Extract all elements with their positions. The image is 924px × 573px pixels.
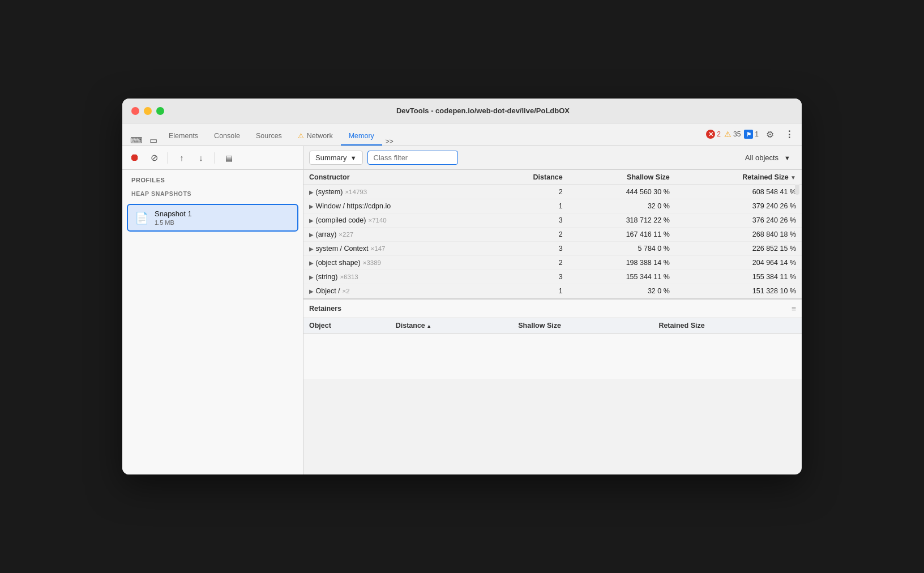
cell-constructor: ▶ Object /×2 [303,284,489,298]
expand-arrow-icon[interactable]: ▶ [309,203,314,209]
maximize-button[interactable] [156,107,164,115]
constructor-name: (string) [315,273,337,281]
constructor-name: Window / https://cdpn.io [315,202,391,210]
close-button[interactable] [131,107,139,115]
device-icon-btn[interactable]: ▭ [146,135,161,146]
table-row[interactable]: ▶ (string)×63133155 344 11 %155 384 11 % [303,270,802,284]
summary-dropdown[interactable]: Summary ▼ [309,151,363,165]
expand-arrow-icon[interactable]: ▶ [309,217,314,224]
constructor-count: ×2 [343,288,350,294]
objects-dropdown-arrow: ▼ [784,155,790,161]
expand-arrow-icon[interactable]: ▶ [309,246,314,252]
snapshot-item[interactable]: 📄 Snapshot 1 1.5 MB [127,204,298,232]
retainers-empty-row [303,333,802,379]
tab-elements[interactable]: Elements [161,127,206,146]
cell-retained-size: 151 328 10 % [675,284,802,298]
more-tabs-btn[interactable]: >> [382,138,397,146]
network-warn-icon: ⚠ [298,132,304,140]
cell-retained-size: 204 964 14 % [675,256,802,270]
clear-button[interactable]: ⊘ [146,150,162,166]
tab-memory[interactable]: Memory [341,127,382,146]
snapshot-file-icon: 📄 [135,211,149,225]
cell-retained-size: 376 240 26 % [675,213,802,228]
cell-distance: 1 [489,199,568,213]
cell-distance: 3 [489,270,568,284]
shallow-pct: 11 % [653,230,670,238]
retainers-table-body [303,333,802,379]
device-icon: ▭ [149,135,157,146]
tab-network-label: Network [307,132,333,140]
heap-snapshots-label: HEAP SNAPSHOTS [122,188,303,202]
constructor-name: (array) [315,230,336,238]
warning-badge: ⚠ 35 [724,130,741,139]
class-filter-input[interactable] [367,151,458,165]
cell-distance: 3 [489,213,568,228]
shallow-pct: 0 % [657,287,670,295]
tab-sources-label: Sources [256,132,282,140]
cursor-icon-btn[interactable]: ⌨ [127,135,146,146]
tab-console[interactable]: Console [206,127,248,146]
expand-arrow-icon[interactable]: ▶ [309,189,314,195]
error-icon: ✕ [706,130,715,139]
expand-arrow-icon[interactable]: ▶ [309,288,314,294]
cell-distance: 1 [489,284,568,298]
table-row[interactable]: ▶ system / Context×14735 784 0 %226 852 … [303,242,802,256]
constructor-name: (system) [315,188,343,196]
heap-table-head: Constructor Distance Shallow Size Retain… [303,170,802,185]
retained-pct: 10 % [780,287,797,295]
toolbar-separator-2 [215,152,215,164]
upload-button[interactable]: ↑ [174,150,190,166]
tab-memory-label: Memory [349,132,374,140]
cell-constructor: ▶ (array)×227 [303,228,489,242]
table-row[interactable]: ▶ Window / https://cdpn.io132 0 %379 240… [303,199,802,213]
objects-dropdown[interactable]: All objects ▼ [739,151,796,164]
settings-button[interactable]: ⚙ [762,126,778,142]
constructor-name: Object / [315,287,340,295]
constructor-name: (object shape) [315,259,360,267]
window-title: DevTools - codepen.io/web-dot-dev/live/P… [173,106,793,115]
download-button[interactable]: ↓ [193,150,209,166]
tab-elements-label: Elements [169,132,198,140]
more-tabs-icon: >> [386,138,393,146]
clear-profiles-button[interactable]: ▤ [221,150,237,166]
table-row[interactable]: ▶ (compiled code)×71403318 712 22 %376 2… [303,213,802,228]
table-row[interactable]: ▶ Object /×2132 0 %151 328 10 % [303,284,802,298]
toolbar-separator-1 [168,152,168,164]
retainers-header: Retainers ≡ [303,300,802,318]
retained-pct: 14 % [780,259,797,267]
retained-pct: 15 % [780,245,797,253]
shallow-pct: 11 % [653,273,670,281]
constructor-count: ×3389 [363,259,381,266]
warning-count: 35 [733,130,741,138]
cell-shallow-size: 32 0 % [568,284,675,298]
expand-arrow-icon[interactable]: ▶ [309,260,314,266]
cell-retained-size: 155 384 11 % [675,270,802,284]
secondary-toolbar: ⏺ ⊘ ↑ ↓ ▤ [122,146,303,170]
traffic-lights [131,107,164,115]
profiles-label: Profiles [122,170,303,188]
minimize-button[interactable] [144,107,152,115]
cell-distance: 3 [489,242,568,256]
table-row[interactable]: ▶ (system)×147932444 560 30 %608 548 41 … [303,185,802,199]
cell-distance: 2 [489,228,568,242]
tab-network[interactable]: ⚠ Network [290,127,341,146]
devtools-window: DevTools - codepen.io/web-dot-dev/live/P… [122,99,802,474]
table-row[interactable]: ▶ (array)×2272167 416 11 %268 840 18 % [303,228,802,242]
col-constructor: Constructor [303,170,489,185]
content-area: ⏺ ⊘ ↑ ↓ ▤ Profiles HEAP SNAPSHOTS 📄 Snap… [122,146,802,474]
cell-distance: 2 [489,185,568,199]
table-row[interactable]: ▶ (object shape)×33892198 388 14 %204 96… [303,256,802,270]
retained-pct: 41 % [780,188,797,196]
expand-arrow-icon[interactable]: ▶ [309,232,314,238]
cell-constructor: ▶ (object shape)×3389 [303,256,489,270]
sort-arrow-icon: ▼ [790,174,796,181]
retained-pct: 26 % [780,202,797,210]
summary-label: Summary [315,153,347,162]
nav-right: ✕ 2 ⚠ 35 ⚑ 1 ⚙ ⋮ [706,126,797,146]
tab-sources[interactable]: Sources [248,127,290,146]
record-button[interactable]: ⏺ [127,150,143,166]
cell-shallow-size: 5 784 0 % [568,242,675,256]
more-options-button[interactable]: ⋮ [781,126,797,142]
col-retained-size: Retained Size ▼ [675,170,802,185]
expand-arrow-icon[interactable]: ▶ [309,274,314,280]
